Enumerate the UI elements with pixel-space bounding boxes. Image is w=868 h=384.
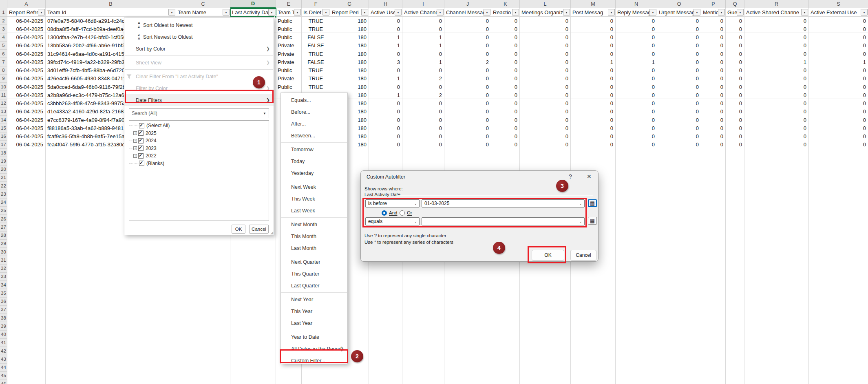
filter-button-J[interactable]: ▼ [484, 9, 490, 15]
row-header-42[interactable]: 42 [0, 347, 7, 355]
cell-H5[interactable]: 1 [369, 42, 402, 50]
cell-R16[interactable]: 0 [744, 132, 808, 141]
cell-E3[interactable]: Public [276, 25, 301, 33]
cell-M4[interactable]: 0 [571, 33, 615, 42]
submenu-item-all-dates-in-the-period[interactable]: All Dates in the Period❯ [281, 343, 347, 355]
cell-A7[interactable]: 06-04-2025 [7, 58, 45, 66]
cell-J16[interactable]: 0 [444, 132, 491, 141]
cell-P6[interactable]: 0 [701, 50, 725, 58]
filter-value-item[interactable]: +2022 [129, 152, 269, 160]
column-header-H[interactable]: H [369, 0, 402, 8]
cell-O16[interactable]: 0 [657, 132, 701, 141]
cell-R3[interactable]: 0 [744, 25, 808, 33]
expand-icon[interactable]: + [133, 139, 137, 143]
cell-N14[interactable]: 0 [616, 116, 657, 124]
row-header-41[interactable]: 41 [0, 339, 7, 347]
cell-N10[interactable]: 0 [616, 83, 657, 91]
cell-Q17[interactable]: 0 [726, 141, 744, 149]
cell-A2[interactable]: 06-04-2025 [7, 17, 45, 25]
cell-A16[interactable]: 06-04-2025 [7, 132, 45, 141]
filter-button-N[interactable]: ▼ [649, 9, 656, 15]
cell-K7[interactable]: 0 [491, 58, 519, 66]
and-radio[interactable] [382, 210, 387, 216]
filter-button-I[interactable]: ▼ [437, 9, 444, 15]
cell-K4[interactable]: 0 [491, 33, 519, 42]
cell-F4[interactable]: FALSE [302, 33, 330, 42]
expand-icon[interactable]: + [133, 146, 137, 150]
cell-K5[interactable]: 0 [491, 42, 519, 50]
cell-K13[interactable]: 0 [491, 108, 519, 116]
cell-P17[interactable]: 0 [701, 141, 725, 149]
close-icon[interactable]: ✕ [587, 173, 592, 180]
cell-N5[interactable]: 0 [616, 42, 657, 50]
submenu-item-this-month[interactable]: This Month [281, 230, 347, 242]
cell-J14[interactable]: 0 [444, 116, 491, 124]
row-header-35[interactable]: 35 [0, 289, 7, 297]
expand-icon[interactable]: + [133, 131, 137, 135]
cell-L10[interactable]: 0 [520, 83, 570, 91]
value2-dropdown[interactable]: ⌄ [422, 217, 585, 225]
column-header-F[interactable]: F [302, 0, 330, 8]
row-header-23[interactable]: 23 [0, 190, 7, 198]
cell-O9[interactable]: 0 [657, 75, 701, 83]
column-header-K[interactable]: K [491, 0, 520, 8]
row-header-3[interactable]: 3 [0, 25, 7, 33]
cell-E7[interactable]: Private [276, 58, 301, 66]
row-header-34[interactable]: 34 [0, 281, 7, 289]
cell-K2[interactable]: 0 [491, 17, 519, 25]
header-cell-R[interactable]: Active Shared Channe [744, 8, 808, 17]
row-header-38[interactable]: 38 [0, 314, 7, 322]
cell-F5[interactable]: FALSE [302, 42, 330, 50]
row-header-36[interactable]: 36 [0, 298, 7, 306]
cell-A9[interactable]: 06-04-2025 [7, 75, 45, 83]
cell-R4[interactable]: 0 [744, 33, 808, 42]
cell-P5[interactable]: 0 [701, 42, 725, 50]
cell-P9[interactable]: 0 [701, 75, 725, 83]
cell-O11[interactable]: 0 [657, 91, 701, 99]
cell-O12[interactable]: 0 [657, 99, 701, 108]
cell-P4[interactable]: 0 [701, 33, 725, 42]
checkbox-icon-checked[interactable] [138, 153, 144, 159]
filter-value-item[interactable]: (Select All) [129, 122, 269, 130]
submenu-item-next-week[interactable]: Next Week [281, 181, 347, 193]
row-header-20[interactable]: 20 [0, 166, 7, 174]
submenu-item-today[interactable]: Today [281, 155, 347, 167]
cell-K8[interactable]: 0 [491, 66, 519, 75]
submenu-item-tomorrow[interactable]: Tomorrow [281, 143, 347, 155]
cell-M17[interactable]: 0 [571, 141, 615, 149]
cell-M2[interactable]: 0 [571, 17, 615, 25]
cell-M7[interactable]: 1 [571, 58, 615, 66]
cell-A8[interactable]: 06-04-2025 [7, 66, 45, 75]
cell-N16[interactable]: 0 [616, 132, 657, 141]
cell-G5[interactable]: 180 [330, 42, 369, 50]
cell-G7[interactable]: 180 [330, 58, 369, 66]
cell-A11[interactable]: 06-04-2025 [7, 91, 45, 99]
cell-K15[interactable]: 0 [491, 124, 519, 132]
operator2-dropdown[interactable]: equals ⌄ [365, 217, 420, 225]
cell-J2[interactable]: 0 [444, 17, 491, 25]
cell-R8[interactable]: 0 [744, 66, 808, 75]
row-header-33[interactable]: 33 [0, 273, 7, 281]
row-header-40[interactable]: 40 [0, 331, 7, 339]
row-header-11[interactable]: 11 [0, 91, 7, 99]
cell-R11[interactable]: 0 [744, 91, 808, 99]
cell-K16[interactable]: 0 [491, 132, 519, 141]
checkbox-icon-checked[interactable] [138, 130, 144, 136]
filter-button-S[interactable]: ▼ [861, 9, 868, 15]
or-radio[interactable] [400, 210, 405, 216]
filter-button-E[interactable]: ▼ [294, 9, 301, 15]
cell-M11[interactable]: 0 [571, 91, 615, 99]
row-header-5[interactable]: 5 [0, 42, 7, 50]
submenu-item-after[interactable]: After... [281, 118, 347, 130]
cell-L14[interactable]: 0 [520, 116, 570, 124]
cell-O2[interactable]: 0 [657, 17, 701, 25]
cell-I5[interactable]: 1 [402, 42, 444, 50]
cell-N9[interactable]: 0 [616, 75, 657, 83]
cell-O15[interactable]: 0 [657, 124, 701, 132]
cell-A17[interactable]: 06-04-2025 [7, 141, 45, 149]
cell-E10[interactable]: Public [276, 83, 301, 91]
row-header-10[interactable]: 10 [0, 83, 7, 91]
cell-F3[interactable]: TRUE [302, 25, 330, 33]
cell-R2[interactable]: 0 [744, 17, 808, 25]
cell-L13[interactable]: 0 [520, 108, 570, 116]
